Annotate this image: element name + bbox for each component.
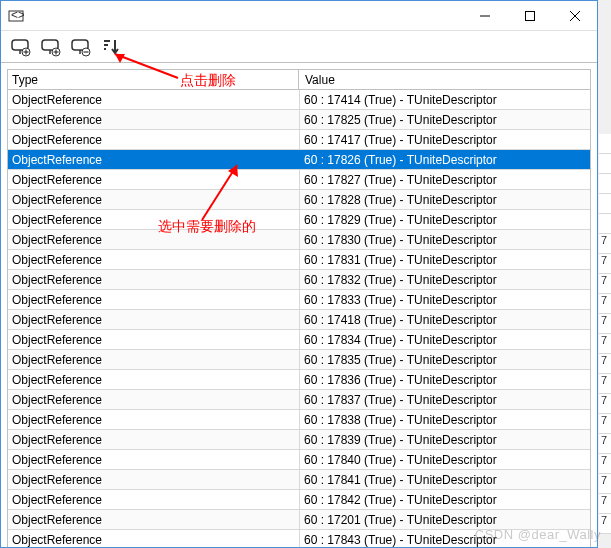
cell-type: ObjectReference	[8, 250, 300, 269]
table-row[interactable]: ObjectReference60 : 17832 (True) - TUnit…	[8, 270, 590, 290]
window-controls	[462, 1, 597, 30]
cell-value: 60 : 17829 (True) - TUniteDescriptor	[300, 210, 590, 229]
cell-value: 60 : 17835 (True) - TUniteDescriptor	[300, 350, 590, 369]
cell-type: ObjectReference	[8, 90, 300, 109]
maximize-button[interactable]	[507, 1, 552, 30]
cell-type: ObjectReference	[8, 290, 300, 309]
table-row[interactable]: ObjectReference60 : 17417 (True) - TUnit…	[8, 130, 590, 150]
cell-value: 60 : 17825 (True) - TUniteDescriptor	[300, 110, 590, 129]
close-button[interactable]	[552, 1, 597, 30]
table-headers: Type Value	[7, 69, 591, 90]
cell-type: ObjectReference	[8, 210, 300, 229]
svg-text:<>: <>	[11, 8, 24, 22]
cell-value: 60 : 17830 (True) - TUniteDescriptor	[300, 230, 590, 249]
table-row[interactable]: ObjectReference60 : 17825 (True) - TUnit…	[8, 110, 590, 130]
cell-type: ObjectReference	[8, 410, 300, 429]
table-row[interactable]: ObjectReference60 : 17837 (True) - TUnit…	[8, 390, 590, 410]
cell-value: 60 : 17839 (True) - TUniteDescriptor	[300, 430, 590, 449]
cell-type: ObjectReference	[8, 110, 300, 129]
table-row[interactable]: ObjectReference60 : 17828 (True) - TUnit…	[8, 190, 590, 210]
cell-value: 60 : 17832 (True) - TUniteDescriptor	[300, 270, 590, 289]
cell-value: 60 : 17417 (True) - TUniteDescriptor	[300, 130, 590, 149]
cell-value: 60 : 17834 (True) - TUniteDescriptor	[300, 330, 590, 349]
column-value-label: Value	[305, 73, 335, 87]
table-row[interactable]: ObjectReference60 : 17834 (True) - TUnit…	[8, 330, 590, 350]
column-type-header[interactable]: Type	[7, 69, 299, 89]
table-row[interactable]: ObjectReference60 : 17833 (True) - TUnit…	[8, 290, 590, 310]
cell-type: ObjectReference	[8, 370, 300, 389]
cell-type: ObjectReference	[8, 230, 300, 249]
app-icon: <>	[7, 7, 25, 25]
table-row[interactable]: ObjectReference60 : 17201 (True) - TUnit…	[8, 510, 590, 530]
cell-type: ObjectReference	[8, 270, 300, 289]
cell-value: 60 : 17833 (True) - TUniteDescriptor	[300, 290, 590, 309]
cell-value: 60 : 17831 (True) - TUniteDescriptor	[300, 250, 590, 269]
app-window: <> Type Value ObjectReference60 : 17414 …	[0, 0, 598, 548]
table-row[interactable]: ObjectReference60 : 17826 (True) - TUnit…	[8, 150, 590, 170]
column-type-label: Type	[12, 73, 38, 87]
minimize-button[interactable]	[462, 1, 507, 30]
cell-type: ObjectReference	[8, 450, 300, 469]
cell-value: 60 : 17842 (True) - TUniteDescriptor	[300, 490, 590, 509]
cell-value: 60 : 17828 (True) - TUniteDescriptor	[300, 190, 590, 209]
table-row[interactable]: ObjectReference60 : 17836 (True) - TUnit…	[8, 370, 590, 390]
cell-type: ObjectReference	[8, 330, 300, 349]
delete-button[interactable]	[67, 33, 95, 61]
add-sibling-button[interactable]	[37, 33, 65, 61]
table-row[interactable]: ObjectReference60 : 17835 (True) - TUnit…	[8, 350, 590, 370]
table-row[interactable]: ObjectReference60 : 17842 (True) - TUnit…	[8, 490, 590, 510]
cell-value: 60 : 17827 (True) - TUniteDescriptor	[300, 170, 590, 189]
table-row[interactable]: ObjectReference60 : 17827 (True) - TUnit…	[8, 170, 590, 190]
cell-type: ObjectReference	[8, 150, 300, 169]
cell-type: ObjectReference	[8, 430, 300, 449]
column-value-header[interactable]: Value	[299, 69, 591, 89]
table-row[interactable]: ObjectReference60 : 17418 (True) - TUnit…	[8, 310, 590, 330]
table-body: ObjectReference60 : 17414 (True) - TUnit…	[7, 90, 591, 547]
cell-type: ObjectReference	[8, 510, 300, 529]
cell-value: 60 : 17843 (True) - TUniteDescriptor	[300, 530, 590, 547]
table-row[interactable]: ObjectReference60 : 17838 (True) - TUnit…	[8, 410, 590, 430]
cell-value: 60 : 17836 (True) - TUniteDescriptor	[300, 370, 590, 389]
table-row[interactable]: ObjectReference60 : 17839 (True) - TUnit…	[8, 430, 590, 450]
cell-value: 60 : 17841 (True) - TUniteDescriptor	[300, 470, 590, 489]
cell-value: 60 : 17418 (True) - TUniteDescriptor	[300, 310, 590, 329]
cell-type: ObjectReference	[8, 190, 300, 209]
table-row[interactable]: ObjectReference60 : 17841 (True) - TUnit…	[8, 470, 590, 490]
cell-type: ObjectReference	[8, 170, 300, 189]
cell-value: 60 : 17826 (True) - TUniteDescriptor	[300, 150, 590, 169]
table-row[interactable]: ObjectReference60 : 17843 (True) - TUnit…	[8, 530, 590, 547]
svg-rect-3	[525, 11, 534, 20]
cell-value: 60 : 17837 (True) - TUniteDescriptor	[300, 390, 590, 409]
add-subnode-button[interactable]	[7, 33, 35, 61]
cell-type: ObjectReference	[8, 390, 300, 409]
table-row[interactable]: ObjectReference60 : 17831 (True) - TUnit…	[8, 250, 590, 270]
cell-type: ObjectReference	[8, 350, 300, 369]
table-row[interactable]: ObjectReference60 : 17830 (True) - TUnit…	[8, 230, 590, 250]
cell-type: ObjectReference	[8, 470, 300, 489]
cell-type: ObjectReference	[8, 130, 300, 149]
cell-type: ObjectReference	[8, 310, 300, 329]
background-window-edge: 77777 77777 77777	[599, 134, 611, 534]
table-row[interactable]: ObjectReference60 : 17829 (True) - TUnit…	[8, 210, 590, 230]
table-row[interactable]: ObjectReference60 : 17840 (True) - TUnit…	[8, 450, 590, 470]
cell-type: ObjectReference	[8, 490, 300, 509]
titlebar: <>	[1, 1, 597, 31]
table-row[interactable]: ObjectReference60 : 17414 (True) - TUnit…	[8, 90, 590, 110]
cell-value: 60 : 17201 (True) - TUniteDescriptor	[300, 510, 590, 529]
cell-value: 60 : 17840 (True) - TUniteDescriptor	[300, 450, 590, 469]
cell-value: 60 : 17414 (True) - TUniteDescriptor	[300, 90, 590, 109]
cell-type: ObjectReference	[8, 530, 300, 547]
sort-button[interactable]	[97, 33, 125, 61]
toolbar	[1, 31, 597, 63]
cell-value: 60 : 17838 (True) - TUniteDescriptor	[300, 410, 590, 429]
